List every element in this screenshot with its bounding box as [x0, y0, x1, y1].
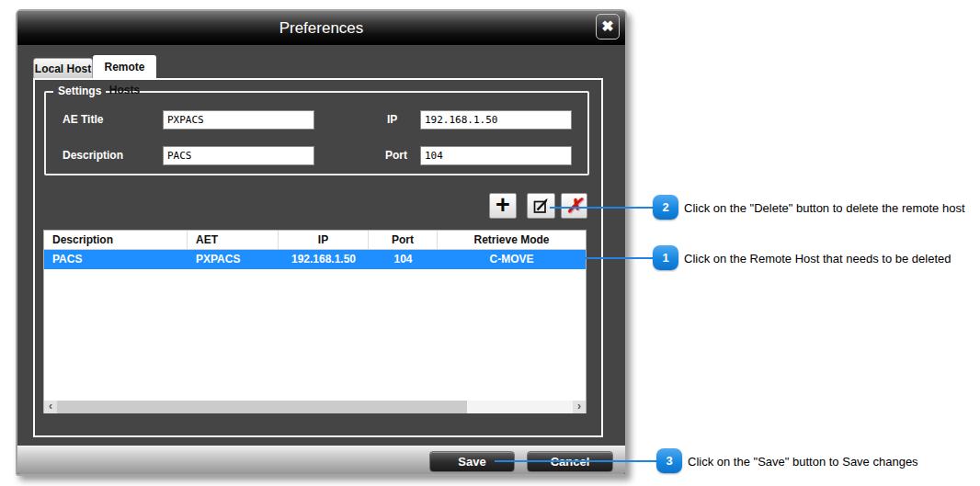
ip-field[interactable]: [420, 110, 572, 130]
scrollbar-track[interactable]: [467, 401, 573, 413]
close-icon[interactable]: ✖: [596, 14, 620, 40]
settings-groupbox: Settings AE Title IP Description Port: [44, 91, 589, 175]
add-button[interactable]: +: [489, 193, 517, 219]
column-header-aet[interactable]: AET: [188, 231, 279, 249]
scroll-right-icon[interactable]: ›: [573, 401, 586, 413]
edit-button[interactable]: [527, 193, 555, 219]
delete-icon: ✗: [566, 197, 583, 215]
horizontal-scrollbar: ‹ ›: [44, 401, 586, 413]
callout-text-step3: Click on the "Save" button to Save chang…: [688, 455, 918, 469]
cell-retrieve-mode: C-MOVE: [438, 250, 586, 269]
callout-line-step3: [495, 460, 658, 462]
tab-remote-hosts[interactable]: Remote Hosts: [93, 55, 156, 80]
table-header-row: Description AET IP Port Retrieve Mode: [44, 231, 586, 250]
column-header-retrieve-mode[interactable]: Retrieve Mode: [438, 231, 586, 249]
scroll-left-icon[interactable]: ‹: [44, 401, 57, 413]
callout-line-step1: [585, 257, 655, 259]
dialog-title: Preferences: [17, 11, 625, 45]
scrollbar-thumb[interactable]: [57, 401, 467, 413]
add-icon: +: [496, 194, 510, 216]
cell-description: PACS: [44, 250, 188, 269]
callout-badge-step3: 3: [656, 448, 682, 473]
title-bar: Preferences: [17, 11, 625, 45]
description-label: Description: [63, 149, 123, 162]
callout-badge-step2: 2: [653, 195, 678, 220]
callout-badge-step1: 1: [653, 245, 678, 270]
column-header-port[interactable]: Port: [369, 231, 438, 249]
port-label: Port: [385, 149, 407, 162]
ae-title-label: AE Title: [63, 113, 103, 126]
cell-port: 104: [369, 250, 438, 269]
callout-text-step1: Click on the Remote Host that needs to b…: [684, 252, 952, 266]
table-empty-area: [44, 269, 586, 401]
cell-aet: PXPACS: [188, 250, 279, 269]
callout-text-step2: Click on the "Delete" button to delete t…: [684, 201, 965, 215]
tab-local-host[interactable]: Local Host: [33, 58, 93, 79]
remote-hosts-table: Description AET IP Port Retrieve Mode PA…: [43, 230, 587, 413]
ae-title-field[interactable]: [163, 110, 314, 130]
callout-line-step2: [550, 207, 655, 209]
delete-button[interactable]: ✗: [561, 193, 587, 219]
remote-hosts-panel: Settings AE Title IP Description Port + …: [33, 78, 603, 437]
preferences-dialog: Preferences ✖ Local Host Remote Hosts Se…: [16, 9, 627, 476]
description-field[interactable]: [163, 146, 314, 165]
column-header-description[interactable]: Description: [44, 231, 188, 249]
settings-legend: Settings: [53, 85, 106, 97]
ip-label: IP: [387, 113, 397, 126]
port-field[interactable]: [420, 146, 572, 165]
column-header-ip[interactable]: IP: [279, 231, 369, 249]
cell-ip: 192.168.1.50: [279, 250, 369, 269]
edit-icon: [532, 198, 550, 215]
table-row-selected[interactable]: PACS PXPACS 192.168.1.50 104 C-MOVE: [44, 250, 586, 269]
